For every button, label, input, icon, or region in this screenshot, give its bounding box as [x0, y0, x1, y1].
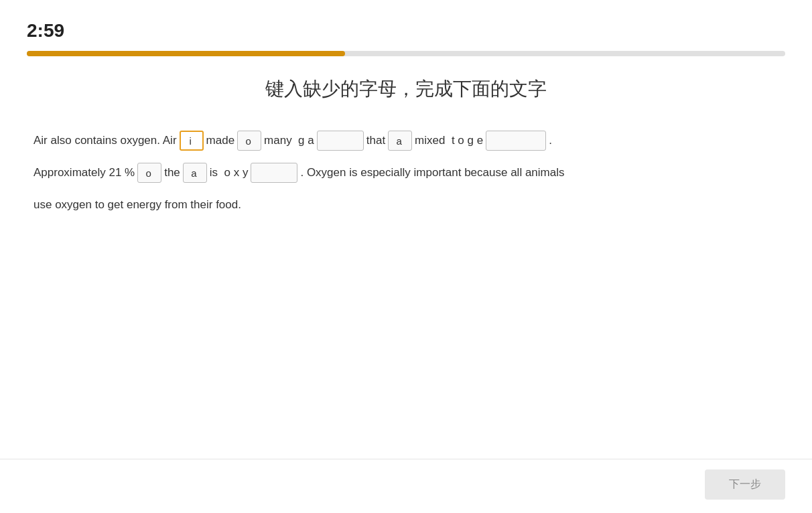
text-line-2: Approximately 21 % o the a is o x y . Ox…: [33, 158, 779, 188]
blank-together[interactable]: [486, 131, 546, 151]
blank-of[interactable]: o: [237, 131, 261, 151]
text-line-3: use oxygen to get energy from their food…: [33, 190, 779, 220]
text-segment: . Oxygen is especially important because…: [300, 158, 564, 188]
text-segment: many g a: [264, 126, 314, 155]
footer: 下一步: [705, 469, 785, 500]
blank-is[interactable]: i: [180, 131, 204, 151]
blank-of2[interactable]: o: [137, 163, 161, 183]
text-area: Air also contains oxygen. Air i made o m…: [27, 126, 785, 220]
text-segment: that: [366, 126, 385, 155]
blank-gases[interactable]: [317, 131, 364, 151]
text-segment: use oxygen to get energy from their food…: [33, 190, 241, 220]
text-segment: made: [206, 126, 235, 155]
page-title: 键入缺少的字母，完成下面的文字: [27, 76, 785, 102]
blank-oxygen[interactable]: [251, 163, 297, 183]
progress-bar-fill: [27, 51, 345, 56]
timer-display: 2:59: [27, 20, 785, 42]
text-segment: mixed t o g e: [415, 126, 483, 155]
next-button[interactable]: 下一步: [705, 469, 785, 500]
text-line-1: Air also contains oxygen. Air i made o m…: [33, 126, 779, 155]
text-segment: the: [164, 158, 180, 188]
text-segment: Approximately 21 %: [33, 158, 135, 188]
progress-bar-background: [27, 51, 785, 56]
footer-divider: [0, 459, 812, 459]
text-segment: .: [549, 126, 552, 155]
text-segment: Air also contains oxygen. Air: [33, 126, 177, 155]
text-segment: is o x y: [210, 158, 249, 188]
blank-air[interactable]: a: [183, 163, 207, 183]
blank-are[interactable]: a: [388, 131, 412, 151]
main-container: 2:59 键入缺少的字母，完成下面的文字 Air also contains o…: [0, 0, 812, 220]
